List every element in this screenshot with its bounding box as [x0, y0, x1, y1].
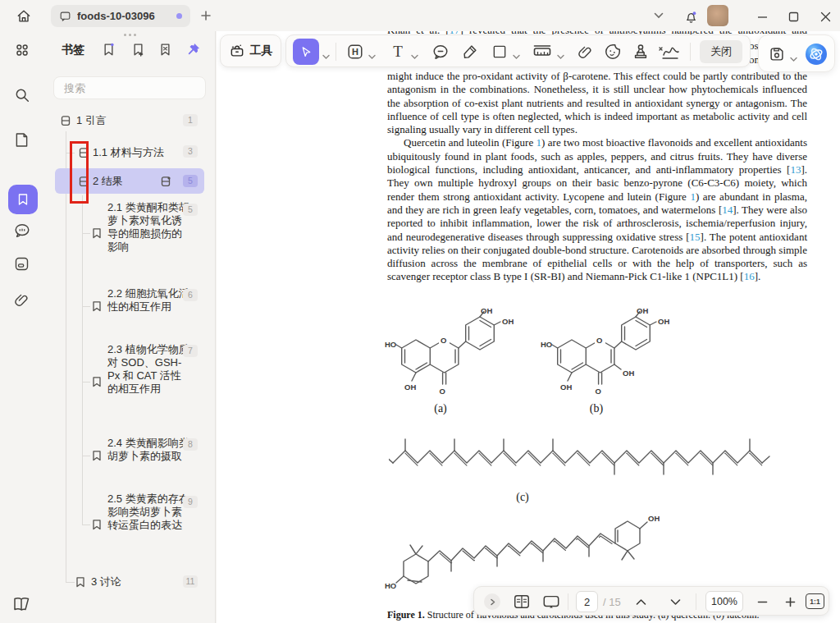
reference-link[interactable]: 14	[722, 204, 733, 216]
shape-chevron-icon[interactable]	[513, 48, 521, 55]
close-toolbar-button[interactable]: 关闭	[700, 40, 742, 63]
select-tool-chevron-icon[interactable]	[322, 48, 331, 55]
chem-label-oh: OH	[560, 383, 572, 392]
attachments-paperclip-icon[interactable]	[13, 291, 33, 311]
highlight-chevron-icon[interactable]	[368, 48, 377, 55]
paragraph: Quercetin and luteolin (Figure 1) are tw…	[387, 136, 807, 283]
bookmark-branch-icon[interactable]	[60, 115, 71, 126]
thumbnails-icon[interactable]	[13, 131, 33, 151]
reading-mode-icon[interactable]	[11, 594, 31, 614]
tree-tick	[82, 233, 90, 234]
expand-bar-button[interactable]	[484, 593, 500, 610]
tree-line	[66, 131, 66, 582]
stamp-tool-button[interactable]	[631, 42, 651, 62]
zoom-level-display[interactable]: 100%	[705, 591, 743, 612]
titlebar-chevron-down-icon[interactable]	[653, 11, 664, 21]
comments-icon[interactable]	[13, 222, 33, 241]
cursor-icon	[299, 45, 313, 59]
bookmarks-panel-toggle[interactable]	[8, 185, 38, 214]
bookmark-leaf-icon[interactable]	[75, 576, 86, 588]
unsaved-dot	[176, 13, 182, 19]
figure-label-b: (b)	[572, 402, 621, 415]
add-bookmark-icon[interactable]	[130, 42, 147, 58]
bookmark-page-badge: 9	[183, 496, 198, 508]
annotations-list-icon[interactable]	[13, 255, 33, 275]
bookmark-label[interactable]: 2.5 类黄素的存在影响类胡萝卜素转运蛋白的表达	[107, 492, 191, 532]
text-tool-button[interactable]: T	[388, 42, 408, 62]
search-icon[interactable]	[13, 86, 33, 106]
pen-tool-button[interactable]	[460, 42, 480, 62]
tools-button-label: 工具	[250, 44, 273, 58]
zoom-in-button[interactable]	[781, 593, 799, 611]
actual-size-button[interactable]: 1:1	[806, 593, 824, 609]
collapse-bookmarks-icon[interactable]	[158, 42, 174, 58]
panel-drag-handle[interactable]	[124, 34, 136, 36]
bookmark-label[interactable]: 1 引言	[76, 114, 107, 127]
previous-page-chevron-icon[interactable]	[632, 593, 650, 611]
bookmark-label[interactable]: 2.3 植物化学物质对 SOD、GSH-Px 和 CAT 活性的相互作用	[107, 343, 191, 396]
minimize-button[interactable]	[753, 7, 771, 25]
reference-link[interactable]: 16	[744, 270, 755, 282]
chem-label-oh: OH	[404, 383, 416, 392]
bookmark-leaf-icon[interactable]	[91, 227, 103, 239]
save-icon[interactable]	[767, 44, 787, 64]
save-chevron-icon[interactable]	[790, 51, 798, 57]
text-tool-chevron-icon[interactable]	[411, 48, 419, 55]
bookmark-label[interactable]: 3 讨论	[91, 575, 121, 589]
ai-assistant-button[interactable]	[805, 43, 828, 66]
new-tab-button[interactable]	[199, 9, 212, 22]
paragraph: might induce the pro-oxidant activity of…	[387, 70, 807, 136]
next-page-chevron-icon[interactable]	[666, 593, 684, 611]
close-window-button[interactable]	[816, 7, 834, 25]
chem-label-o: O	[596, 387, 601, 396]
chem-label-ho: HO	[385, 581, 396, 590]
highlight-tool-button[interactable]: H	[345, 42, 365, 62]
text-tool-letter: T	[393, 43, 403, 61]
apps-grid-icon[interactable]	[13, 41, 33, 61]
chem-label-oh: OH	[648, 514, 660, 523]
bookmark-auto-icon[interactable]	[101, 42, 117, 58]
bookmark-label[interactable]: 2.2 细胞抗氧化活性的相互作用	[107, 287, 191, 314]
pin-panel-icon[interactable]	[185, 42, 202, 58]
page-number-input[interactable]	[576, 591, 598, 612]
bookmark-label[interactable]: 2.4 类黄酮影响类胡萝卜素的摄取	[107, 437, 191, 463]
bookmark-label[interactable]: 2.1 类黄酮和类胡萝卜素对氧化诱导的细胞损伤的影响	[107, 201, 191, 254]
reference-link[interactable]: 13	[790, 163, 801, 176]
page-total-label: / 15	[603, 596, 621, 608]
bookmark-label[interactable]: 1.1 材料与方法	[93, 146, 164, 159]
measure-tool-button[interactable]	[532, 42, 552, 62]
user-avatar[interactable]	[707, 5, 728, 26]
maximize-button[interactable]	[784, 7, 802, 25]
figure-label-c: (c)	[498, 491, 547, 504]
bookmark-leaf-icon[interactable]	[91, 450, 103, 461]
notification-bell-icon[interactable]	[682, 7, 700, 25]
shape-tool-button[interactable]	[490, 42, 509, 62]
attach-tool-button[interactable]	[575, 42, 595, 62]
zoom-out-button[interactable]	[753, 593, 771, 611]
chem-label-oh: OH	[481, 309, 492, 315]
document-tab[interactable]: foods-10-03096	[51, 5, 190, 27]
bookmark-leaf-icon[interactable]	[91, 519, 103, 530]
comment-tool-button[interactable]	[431, 42, 450, 62]
tools-button[interactable]: 工具	[220, 34, 281, 67]
bookmarks-search-input[interactable]	[53, 76, 206, 99]
bookmark-leaf-icon[interactable]	[91, 300, 103, 312]
tree-tick	[66, 582, 75, 583]
sticker-tool-button[interactable]	[603, 42, 623, 62]
chem-label-ho: HO	[541, 340, 552, 349]
bookmark-label[interactable]: 2 结果	[93, 175, 123, 188]
bar-divider	[696, 593, 696, 610]
signature-tool-button[interactable]	[657, 42, 682, 62]
home-button[interactable]	[13, 6, 34, 27]
two-page-view-icon[interactable]	[513, 593, 531, 611]
bookmark-page-badge: 6	[183, 289, 198, 301]
presentation-mode-icon[interactable]	[542, 593, 560, 611]
chem-label-oh: OH	[502, 317, 514, 326]
reference-link[interactable]: 15	[690, 231, 701, 243]
select-tool-button[interactable]	[293, 39, 319, 65]
measure-chevron-icon[interactable]	[557, 48, 565, 55]
tree-tick	[82, 456, 90, 456]
bookmark-leaf-icon[interactable]	[91, 376, 103, 387]
molecule-structure-a: O O HO OH OH OH	[385, 309, 528, 403]
bookmark-edit-icon[interactable]	[160, 176, 171, 187]
